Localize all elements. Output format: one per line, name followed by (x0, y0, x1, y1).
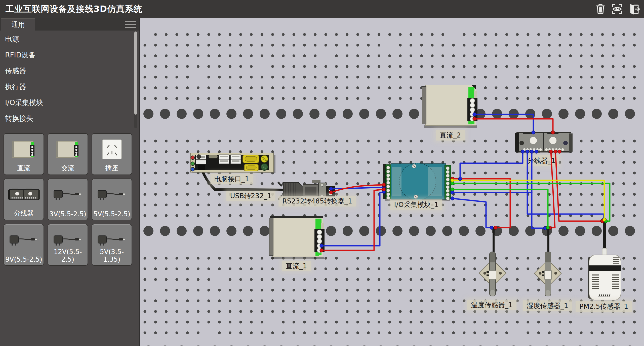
device-tag: 湿度传感器_1 (523, 300, 572, 311)
device-tag: 分线器_1 (524, 155, 559, 166)
device-palette: 直流 交流 插座 (4, 133, 132, 266)
palette-item-socket[interactable]: 插座 (92, 133, 132, 175)
app-title: 工业互联网设备及接线3D仿真系统 (6, 3, 142, 15)
device-pc-interface-1[interactable] (190, 153, 275, 173)
category-menu: 电源 RFID设备 传感器 执行器 I/O采集模块 转换接头 (0, 31, 133, 126)
palette-item-9v[interactable]: 9V(5.5-2.5) (4, 224, 44, 266)
header-toolbar (594, 3, 640, 15)
palette-item-5v[interactable]: 5V(5.5-2.5) (92, 179, 132, 220)
device-pm25-sensor-1[interactable] (588, 248, 621, 300)
device-tag: 直流_1 (282, 261, 311, 271)
menu-item-power[interactable]: 电源 (0, 31, 133, 47)
menu-item-io-module[interactable]: I/O采集模块 (0, 95, 133, 111)
menu-item-actuator[interactable]: 执行器 (0, 79, 133, 95)
power-adapter-icon (92, 183, 132, 207)
sidebar-scrollbar-thumb[interactable] (134, 31, 137, 115)
menu-icon[interactable] (125, 21, 136, 28)
menu-item-sensor[interactable]: 传感器 (0, 63, 133, 79)
device-tag: 电脑接口_1 (211, 174, 253, 184)
trash-icon[interactable] (594, 3, 607, 15)
device-tag: RS232转485转换器_1 (278, 196, 356, 206)
view-reset-icon[interactable] (611, 3, 623, 15)
device-tag: USB转232_1 (226, 191, 275, 201)
sidebar-tabbar: 通用 (0, 18, 139, 30)
exit-icon[interactable] (627, 3, 640, 15)
palette-item-3v[interactable]: 3V(5.5-2.5) (48, 179, 88, 220)
device-temp-sensor-1[interactable] (479, 252, 506, 296)
dc-module-icon (4, 137, 44, 161)
header: 工业互联网设备及接线3D仿真系统 (0, 0, 644, 18)
device-tag: 直流_2 (436, 130, 465, 141)
sidebar: 通用 电源 RFID设备 传感器 执行器 I/O采集模块 转换接头 (0, 18, 140, 346)
palette-item-dc[interactable]: 直流 (4, 133, 44, 175)
socket-icon (92, 137, 132, 161)
palette-item-splitter[interactable]: 分线器 (4, 179, 44, 220)
menu-item-rfid[interactable]: RFID设备 (0, 47, 133, 63)
device-tag: PM2.5传感器_1 (576, 301, 632, 312)
palette-item-12v[interactable]: 12V(5.5-2.5) (48, 224, 88, 266)
device-io-module-1[interactable] (383, 163, 451, 201)
ac-module-icon (48, 137, 88, 161)
sidebar-scrollbar (134, 31, 137, 128)
device-tag: 温度传感器_1 (467, 300, 516, 310)
device-splitter-1[interactable] (515, 132, 573, 153)
device-dc-power-1[interactable] (269, 216, 325, 259)
palette-item-5v-135[interactable]: 5V(3.5-1.35) (92, 224, 132, 266)
menu-item-adapter[interactable]: 转换接头 (0, 111, 133, 126)
palette-item-ac[interactable]: 交流 (48, 133, 88, 175)
device-dc-power-2[interactable] (422, 85, 477, 128)
power-adapter-icon (48, 183, 88, 207)
power-adapter-icon (4, 228, 44, 252)
device-tag: I/O采集模块_1 (390, 199, 442, 210)
splitter-icon (4, 183, 44, 207)
tab-general[interactable]: 通用 (1, 18, 35, 30)
